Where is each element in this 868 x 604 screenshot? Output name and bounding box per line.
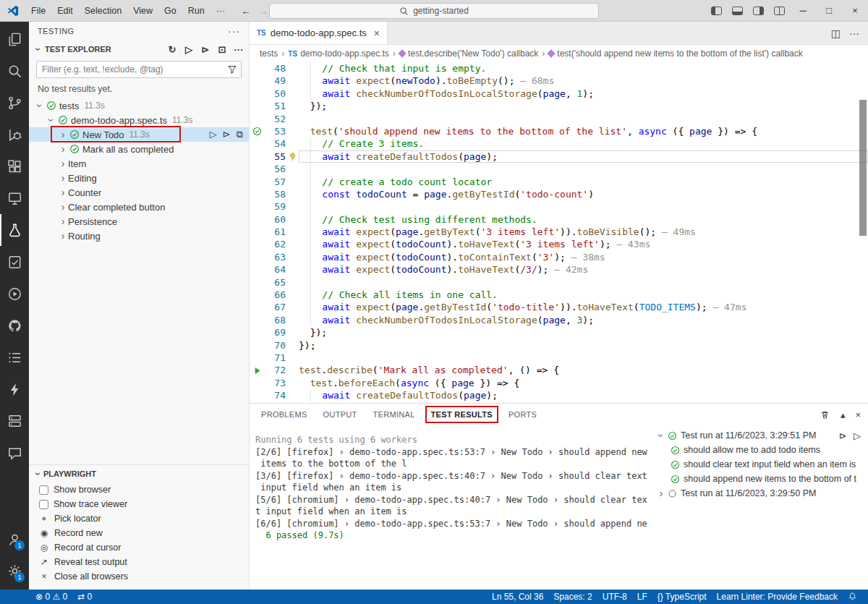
rerun-icon[interactable]: ▷: [854, 430, 861, 441]
command-center-search[interactable]: getting-started: [269, 3, 599, 19]
checklist-activity-button[interactable]: [0, 246, 29, 278]
customize-layout-icon[interactable]: [774, 7, 785, 15]
remote-explorer-activity-button[interactable]: [0, 182, 29, 214]
minimize-icon[interactable]: ─: [790, 0, 816, 22]
encoding-status[interactable]: UTF-8: [597, 592, 632, 602]
chevron-down-icon[interactable]: ›: [46, 115, 56, 125]
editor-tab[interactable]: TS demo-todo-app.spec.ts ×: [250, 22, 388, 44]
settings-gear-activity-button[interactable]: 1: [0, 555, 29, 587]
code-line[interactable]: 65: [250, 276, 868, 289]
menu-edit[interactable]: Edit: [51, 3, 79, 19]
test-run-item[interactable]: should clear text input field when an it…: [652, 457, 868, 472]
code-line[interactable]: 74 await createDefaultTodos(page);: [250, 389, 868, 401]
code-line[interactable]: 70});: [250, 339, 868, 352]
test-tree-item[interactable]: ›Item: [29, 156, 249, 171]
run-debug-activity-button[interactable]: [0, 119, 29, 150]
panel-tab-test-results[interactable]: TEST RESULTS: [427, 407, 497, 422]
close-tab-icon[interactable]: ×: [374, 27, 380, 39]
clear-terminal-icon[interactable]: [820, 409, 830, 420]
playwright-command[interactable]: Show trace viewer: [29, 497, 249, 511]
chevron-right-icon[interactable]: ›: [58, 158, 68, 169]
chevron-down-icon[interactable]: ›: [33, 469, 43, 479]
linter-feedback[interactable]: Learn Linter: Provide Feedback: [712, 592, 843, 602]
code-line[interactable]: 63 await expect(todoCount).toContainText…: [250, 251, 868, 263]
code-line[interactable]: 53 test('should append new items to the …: [250, 125, 868, 137]
test-tree-item[interactable]: ›Editing: [29, 171, 249, 185]
editor-scrollbar[interactable]: [859, 100, 867, 236]
debug-rerun-icon[interactable]: ⊳: [839, 430, 847, 441]
code-line[interactable]: 52: [250, 113, 868, 125]
goto-test-icon[interactable]: ⧉: [237, 129, 243, 140]
run-test-gutter-icon[interactable]: [250, 364, 264, 376]
run-all-tests-icon[interactable]: ▷: [183, 44, 195, 55]
menu-selection[interactable]: Selection: [79, 3, 127, 19]
nav-back-icon[interactable]: ←: [241, 5, 251, 17]
test-tree-item[interactable]: ›New Todo11.3s▷⊳⧉: [29, 127, 249, 142]
chevron-right-icon[interactable]: ›: [58, 202, 68, 212]
more-menus-icon[interactable]: ···: [210, 3, 231, 19]
eol-status[interactable]: LF: [632, 592, 652, 602]
toggle-secondary-sidebar-icon[interactable]: [753, 7, 764, 15]
toggle-sidebar-icon[interactable]: [711, 7, 722, 15]
split-editor-icon[interactable]: ◫: [831, 27, 841, 39]
lightbulb-icon[interactable]: [286, 150, 299, 163]
code-line[interactable]: 58 const todoCount = page.getByTestId('t…: [250, 188, 868, 200]
test-tree-item[interactable]: ›Mark all as completed: [29, 142, 249, 156]
chevron-right-icon[interactable]: ›: [656, 488, 666, 498]
comment-activity-button[interactable]: [0, 437, 29, 469]
maximize-panel-icon[interactable]: ▴: [841, 409, 846, 420]
menu-file[interactable]: File: [25, 3, 51, 19]
menu-view[interactable]: View: [127, 3, 158, 19]
test-tree-item[interactable]: ›Clear completed button: [29, 200, 249, 214]
zap-activity-button[interactable]: [0, 373, 29, 405]
sidebar-more-actions-icon[interactable]: ···: [228, 25, 240, 37]
code-line[interactable]: 57 // create a todo count locator: [250, 176, 868, 188]
panel-tab-problems[interactable]: PROBLEMS: [257, 407, 312, 422]
run-test-icon[interactable]: ▷: [210, 129, 217, 140]
refresh-tests-icon[interactable]: ↻: [166, 44, 178, 55]
code-line[interactable]: 59: [250, 200, 868, 213]
breadcrumb-item[interactable]: test('should append new items to the bot…: [548, 48, 802, 59]
test-run-item[interactable]: ›Test run at 11/6/2023, 3:29:50 PM: [652, 486, 868, 501]
test-run-item[interactable]: should allow me to add todo items: [652, 443, 868, 457]
testing-activity-button[interactable]: [0, 214, 29, 246]
chevron-right-icon[interactable]: ›: [58, 231, 68, 241]
code-line[interactable]: 49 await expect(newTodo).toBeEmpty(); — …: [250, 75, 868, 87]
debug-all-tests-icon[interactable]: ⊳: [200, 44, 211, 55]
chevron-right-icon[interactable]: ›: [58, 216, 68, 226]
filter-icon[interactable]: [227, 64, 237, 75]
panel-tab-terminal[interactable]: TERMINAL: [369, 407, 420, 422]
code-line[interactable]: 62 await expect(todoCount).toHaveText('3…: [250, 238, 868, 250]
test-passed-gutter-icon[interactable]: [250, 125, 264, 137]
test-run-item[interactable]: should append new items to the bottom of…: [652, 472, 868, 486]
show-trace-viewer-checkbox[interactable]: [39, 500, 48, 509]
close-window-icon[interactable]: ×: [842, 0, 868, 22]
code-line[interactable]: 60 // Check test using different methods…: [250, 213, 868, 226]
code-line[interactable]: 64 await expect(todoCount).toHaveText(/3…: [250, 263, 868, 276]
debug-test-icon[interactable]: ⊳: [223, 129, 231, 140]
code-line[interactable]: 54 // Create 3 items.: [250, 137, 868, 150]
maximize-icon[interactable]: □: [816, 0, 842, 22]
outline-list-activity-button[interactable]: [0, 341, 29, 373]
playwright-command[interactable]: Show browser: [29, 482, 249, 497]
code-line[interactable]: 72test.describe('Mark all as completed',…: [250, 364, 868, 376]
problems-status[interactable]: ⊗ 0 ⚠ 0: [30, 592, 72, 602]
show-browser-checkbox[interactable]: [39, 485, 48, 495]
breadcrumb-item[interactable]: TSdemo-todo-app.spec.ts: [288, 48, 389, 59]
chevron-right-icon[interactable]: ›: [58, 144, 68, 154]
code-editor[interactable]: 48 // Check that input is empty.49 await…: [250, 62, 868, 403]
code-line[interactable]: 67 await expect(page.getByTestId('todo-t…: [250, 301, 868, 313]
language-mode[interactable]: {} TypeScript: [652, 592, 712, 602]
extensions-activity-button[interactable]: [0, 150, 29, 182]
code-line[interactable]: 61 await expect(page.getByText('3 items …: [250, 226, 868, 238]
account-activity-button[interactable]: 1: [0, 523, 29, 555]
chevron-right-icon[interactable]: ›: [58, 129, 68, 140]
playwright-command[interactable]: ×Close all browsers: [29, 569, 249, 584]
chevron-down-icon[interactable]: ›: [33, 44, 43, 54]
code-line[interactable]: 55 await createDefaultTodos(page);: [250, 150, 868, 163]
playwright-command[interactable]: ↗Reveal test output: [29, 555, 249, 569]
breadcrumb-item[interactable]: test.describe('New Todo') callback: [399, 48, 538, 59]
code-line[interactable]: 71: [250, 352, 868, 364]
test-filter-input[interactable]: [36, 61, 242, 78]
editor-more-actions-icon[interactable]: ···: [849, 27, 859, 39]
